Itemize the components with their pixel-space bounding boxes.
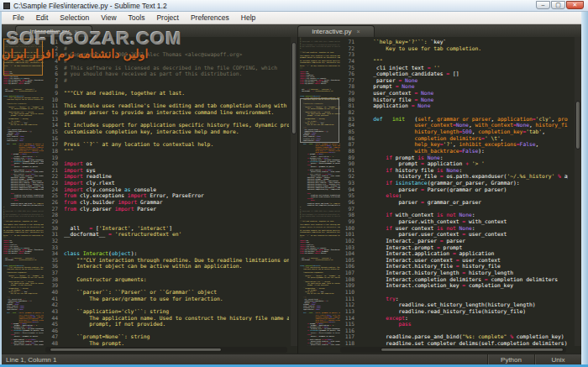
tab-interactive-py-right[interactable]: interactive.py × xyxy=(297,25,375,37)
code-line: 5# This software is licensed as describe… xyxy=(45,65,289,71)
minimap-viewport-right[interactable] xyxy=(300,98,339,143)
code-line: 109 Interact.completion_key = completion… xyxy=(340,282,568,289)
code-line: 30__all__ = ['Interact', 'interact'] xyxy=(45,225,289,232)
code-line: 73 xyxy=(340,51,568,58)
code-line: 90 prompt = application + '> ' xyxy=(340,160,568,167)
scrollbar-thumb[interactable] xyxy=(291,42,297,134)
code-line: 20import os xyxy=(45,160,289,167)
menu-item-preferences[interactable]: Preferences xyxy=(185,13,235,22)
code-line: 26from cly.builder import Grammar xyxy=(45,199,289,206)
code-line: 39 xyxy=(45,282,289,289)
scrollbar-thumb[interactable] xyxy=(50,348,222,352)
window: C:\Sample Files\interactive.py - Sublime… xyxy=(0,0,588,367)
code-line: 104 Interact.application = application xyxy=(340,250,568,257)
code-line: 32 xyxy=(45,238,289,244)
code-line: 96 parser = grammar_or_parser xyxy=(340,199,568,206)
code-line: 95 else: xyxy=(340,192,568,199)
close-button[interactable]: ✕ xyxy=(566,1,584,9)
code-line: 34class Interact(object): xyxy=(45,250,289,257)
code-line: 46 xyxy=(45,328,289,334)
code-line: 84 user_context=None, with_context=None,… xyxy=(340,122,568,128)
code-line: 94 parser = Parser(grammar_or_parser) xyxy=(340,186,568,193)
status-bar: Line 1, Column 1 Python Unix xyxy=(2,354,581,364)
code-line: 25from cly.exceptions import Error, Pars… xyxy=(45,192,289,199)
minimap-right[interactable]: ### Copyright (C) 2006-2007 Alec Thomas … xyxy=(300,37,340,346)
status-position: Line 1, Column 1 xyxy=(2,356,487,364)
code-line: 110 xyxy=(340,289,568,296)
editor-pane-right[interactable]: ### Copyright (C) 2006-2007 Alec Thomas … xyxy=(297,37,575,354)
code-line: 91 if history_file is None: xyxy=(340,167,568,174)
menubar: File Edit Selection View Tools Project P… xyxy=(2,12,581,24)
code-line: 81 application = None xyxy=(340,102,568,109)
code-line: 43 ``application='cly'``: string xyxy=(45,308,289,315)
code-area-right[interactable]: 71 ``help_key='?'``: `key`72 Key to use … xyxy=(340,39,568,346)
code-line: 98 if with_context is not None: xyxy=(340,212,568,218)
menu-item-file[interactable]: File xyxy=(7,13,30,22)
code-line: 14It includes support for application sp… xyxy=(45,122,289,128)
window-controls: – ▢ ✕ xyxy=(536,1,584,9)
code-line: 114 except: xyxy=(340,315,568,322)
code-line: 102 Interact._parser = parser xyxy=(340,238,568,244)
code-line: 36 Interact object can be active within … xyxy=(45,263,289,270)
window-frame-left xyxy=(0,12,2,364)
code-line: 97 xyxy=(340,206,568,212)
code-line: 12grammar parser to provide an interacti… xyxy=(45,109,289,116)
code-line: 18""" xyxy=(45,148,289,155)
menu-item-view[interactable]: View xyxy=(95,13,122,22)
titlebar[interactable]: C:\Sample Files\interactive.py - Sublime… xyxy=(0,0,588,12)
minimap-content: ### Copyright (C) 2006-2007 Alec Thomas … xyxy=(300,37,340,346)
code-line: 103 Interact.prompt = prompt xyxy=(340,244,568,251)
code-line: 11This module uses readline's line editi… xyxy=(45,102,289,109)
minimize-button[interactable]: – xyxy=(536,1,550,9)
maximize-button[interactable]: ▢ xyxy=(551,1,565,9)
code-line: 85 history_length=500, completion_key='t… xyxy=(340,128,568,135)
scrollbar-thumb[interactable] xyxy=(575,101,580,149)
code-line: 100 if user_context is not None: xyxy=(340,225,568,232)
code-line: 78 prompt = None xyxy=(340,83,568,90)
code-line: 75 _cli_inject_text = '' xyxy=(340,65,568,71)
status-syntax[interactable]: Python xyxy=(487,354,534,365)
menu-item-selection[interactable]: Selection xyxy=(54,13,95,22)
code-line: 105 Interact.user_context = user_context xyxy=(340,257,568,264)
code-line: 47 ``prompt=None``: string xyxy=(45,333,289,340)
code-line: 13 xyxy=(45,116,289,123)
scrollbar-thumb[interactable] xyxy=(381,348,564,352)
menu-item-project[interactable]: Project xyxy=(150,13,184,22)
code-line: 27from cly.parser import Parser xyxy=(45,206,289,212)
horizontal-scrollbar-right[interactable] xyxy=(340,347,566,353)
code-line: 101 parser.user_context = user_context xyxy=(340,231,568,238)
code-line: 108 Interact.completion_delimiters = com… xyxy=(340,276,568,283)
code-area-left[interactable]: 1#2#3# Copyright (C) 2006-2007 Alec Thom… xyxy=(45,39,289,346)
code-line: 112 readline.set_history_length(history_… xyxy=(340,301,568,308)
minimap-left[interactable]: ### Copyright (C) 2006-2007 Alec Thomas … xyxy=(3,37,44,346)
code-line: 87 help_key='?', inhibit_exceptions=Fals… xyxy=(340,141,568,148)
minimap-content: ### Copyright (C) 2006-2007 Alec Thomas … xyxy=(3,37,44,346)
code-line: 38 Constructor arguments: xyxy=(45,276,289,283)
editor-pane-left[interactable]: ### Copyright (C) 2006-2007 Alec Thomas … xyxy=(2,37,291,354)
code-line: 16 xyxy=(45,135,289,142)
code-line: 21import sys xyxy=(45,167,289,174)
code-line: 17Press ``?`` at any location to context… xyxy=(45,141,289,148)
horizontal-scrollbar-left[interactable] xyxy=(45,347,287,353)
code-line: 116 xyxy=(340,328,568,334)
vertical-scrollbar-right[interactable] xyxy=(575,37,581,346)
code-line: 113 readline.read_history_file(history_f… xyxy=(340,308,568,315)
code-line: 93 if isinstance(grammar_or_parser, Gram… xyxy=(340,180,568,186)
code-line: 37 xyxy=(45,270,289,276)
menu-item-edit[interactable]: Edit xyxy=(30,13,55,22)
code-line: 9"""CLY and readline, together at last. xyxy=(45,90,289,97)
code-line: 77 _parser = None xyxy=(340,77,568,84)
menu-item-tools[interactable]: Tools xyxy=(123,13,151,22)
code-line: 19 xyxy=(45,155,289,161)
code-line: 6# you should have received as part of t… xyxy=(45,71,289,77)
code-line: 83 def __init__ (self, grammar_or_parser… xyxy=(340,116,568,123)
vertical-scrollbar-left[interactable] xyxy=(291,37,297,346)
code-line: 28 xyxy=(45,212,289,218)
code-line: 45 prompt, if not provided. xyxy=(45,321,289,328)
menu-item-help[interactable]: Help xyxy=(235,13,261,22)
status-line-endings[interactable]: Unix xyxy=(534,354,581,365)
code-line: 80 history_file = None xyxy=(340,97,568,103)
code-line: 48 The prompt. xyxy=(45,340,289,346)
code-line: 40 ``parser``: ``Parser`` or ``Grammar``… xyxy=(45,289,289,296)
tab-close-icon[interactable]: × xyxy=(357,29,360,34)
